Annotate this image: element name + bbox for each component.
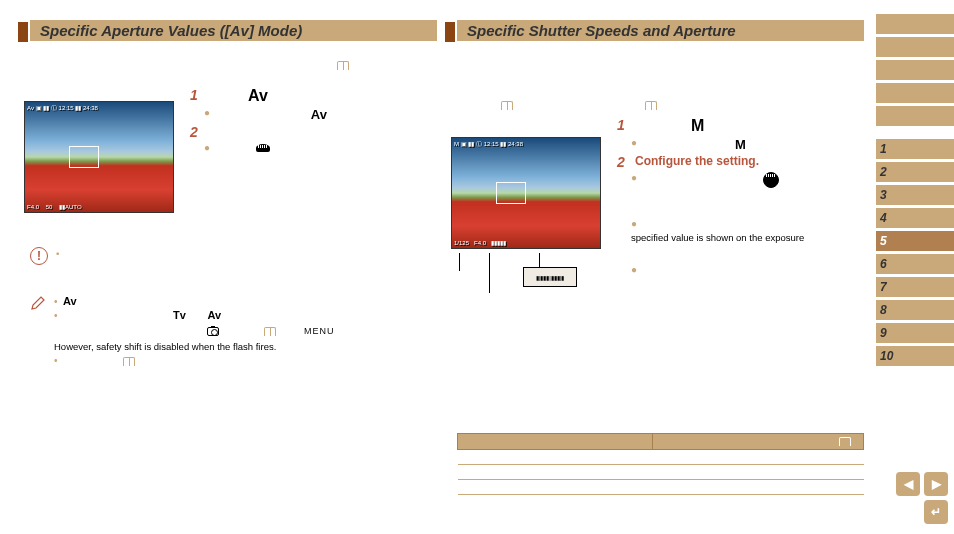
- step-number-1: 1: [617, 117, 631, 133]
- prev-page-button[interactable]: ◀: [896, 472, 920, 496]
- step-number-2: 2: [190, 124, 204, 140]
- exposure-indicator-callout: ▮|▮▮▮|▮▮▮|▮: [523, 267, 577, 287]
- bullet-icon: ●: [631, 264, 637, 275]
- sidebar-chapter-6[interactable]: 6: [876, 254, 954, 274]
- book-icon: [123, 357, 135, 366]
- bullet-icon: ●: [631, 218, 637, 229]
- sidebar-section-tab[interactable]: [876, 83, 954, 103]
- control-wheel-icon: [256, 144, 270, 152]
- bullet-icon: ●: [204, 142, 210, 153]
- left-column: Specific Aperture Values ([Av] Mode) Av …: [0, 0, 447, 534]
- safety-shift-note: However, safety shift is disabled when t…: [54, 340, 437, 353]
- book-icon: [645, 101, 657, 110]
- menu-label: MENU: [304, 326, 335, 336]
- next-page-button[interactable]: ▶: [924, 472, 948, 496]
- sidebar-chapter-7[interactable]: 7: [876, 277, 954, 297]
- sidebar-chapter-10[interactable]: 10: [876, 346, 954, 366]
- sidebar-chapter-8[interactable]: 8: [876, 300, 954, 320]
- sidebar-chapter-4[interactable]: 4: [876, 208, 954, 228]
- camera-preview-av: Av ▣ ▮▮ Ⓛ 12:15 ▮▮ 24:38 F4.0 50 ▮▮AUTO: [24, 101, 174, 213]
- sidebar-chapter-9[interactable]: 9: [876, 323, 954, 343]
- mode-av-label: Av: [248, 87, 268, 105]
- sidebar-section-tab[interactable]: [876, 14, 954, 34]
- bullet-icon: ●: [631, 172, 637, 183]
- sidebar-section-tab[interactable]: [876, 60, 954, 80]
- sidebar-chapter-1[interactable]: 1: [876, 139, 954, 159]
- sidebar-chapter-5[interactable]: 5: [876, 231, 954, 251]
- mode-av-label-2: Av: [311, 107, 327, 122]
- sidebar-section-tab[interactable]: [876, 106, 954, 126]
- step-2-label: Configure the setting.: [635, 154, 759, 168]
- note-pencil-icon: [30, 295, 46, 311]
- sidebar-chapter-3[interactable]: 3: [876, 185, 954, 205]
- step-number-2: 2: [617, 154, 631, 170]
- left-section-title: Specific Aperture Values ([Av] Mode): [30, 20, 437, 41]
- note-tv-label: Tv: [173, 309, 186, 321]
- mode-m-label: M: [691, 117, 704, 135]
- book-icon: [337, 61, 349, 70]
- sidebar-chapter-2[interactable]: 2: [876, 162, 954, 182]
- note-av-label: Av: [63, 295, 77, 307]
- return-button[interactable]: ↵: [924, 500, 948, 524]
- sidebar: 1 2 3 4 5 6 7 8 9 10: [876, 0, 954, 534]
- sidebar-section-tab[interactable]: [876, 37, 954, 57]
- specified-value-line: specified value is shown on the exposure: [631, 231, 864, 244]
- table-header: [458, 434, 653, 450]
- step-number-1: 1: [190, 87, 204, 103]
- right-section-title: Specific Shutter Speeds and Aperture: [457, 20, 864, 41]
- mode-m-label-2: M: [735, 137, 746, 152]
- info-table: [457, 433, 864, 495]
- bullet-icon: ●: [204, 107, 210, 118]
- bullet-icon: ●: [631, 137, 637, 148]
- nav-button-group: ◀ ▶ ↵: [890, 472, 948, 524]
- book-icon: [501, 101, 513, 110]
- table-header: [652, 434, 863, 450]
- camera-small-icon: [207, 327, 219, 336]
- note-av-label-2: Av: [207, 309, 221, 321]
- book-icon: [264, 327, 276, 336]
- note-bullet: •: [54, 355, 58, 366]
- control-wheel-outline-icon: [763, 172, 779, 188]
- camera-preview-m: M ▣ ▮▮ Ⓛ 12:15 ▮▮ 24:38 1/125 F4.0 ▮▮▮▮▮: [451, 137, 601, 249]
